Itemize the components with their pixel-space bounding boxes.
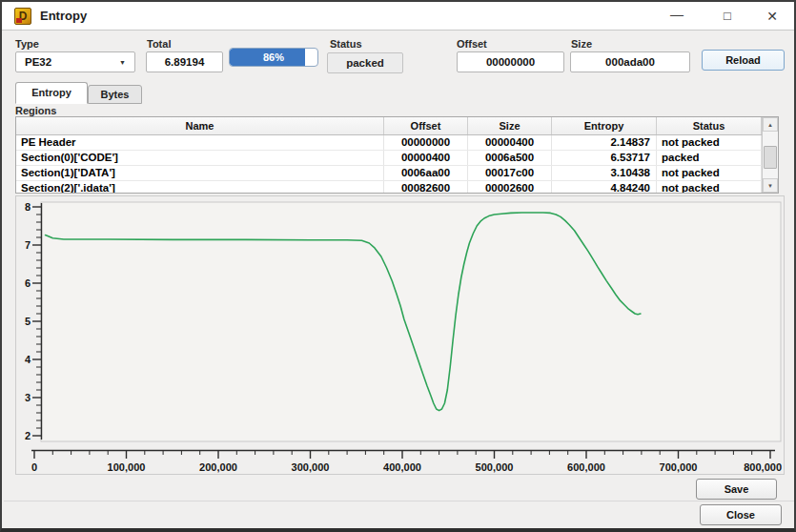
table-cell: 00082600 xyxy=(384,181,468,194)
table-cell: 00000400 xyxy=(468,135,552,150)
x-tick-label: 300,000 xyxy=(292,461,330,473)
close-icon: ✕ xyxy=(766,9,778,24)
tab-bytes[interactable]: Bytes xyxy=(88,85,142,104)
minimize-button[interactable]: — xyxy=(661,5,693,28)
y-tick-label: 6 xyxy=(25,277,31,289)
plot-area xyxy=(41,202,781,441)
x-tick-label: 0 xyxy=(31,461,37,473)
table-cell: 00000400 xyxy=(384,151,468,165)
table-row[interactable]: PE Header00000000000004002.14837not pack… xyxy=(16,135,778,151)
table-cell: 00002600 xyxy=(468,181,552,194)
table-row[interactable]: Section(2)['.idata']00082600000026004.84… xyxy=(16,181,778,194)
table-cell: not packed xyxy=(657,135,762,150)
column-header-entropy[interactable]: Entropy xyxy=(552,117,657,134)
offset-field[interactable]: 00000000 xyxy=(457,51,564,72)
window-title: Entropy xyxy=(40,9,87,23)
x-tick-label: 700,000 xyxy=(660,461,698,473)
table-cell: Section(0)['CODE'] xyxy=(16,151,384,165)
x-tick-label: 600,000 xyxy=(567,461,605,473)
progress-percent-text: 86% xyxy=(230,49,317,66)
status-label: Status xyxy=(330,38,362,50)
y-tick-label: 5 xyxy=(25,316,31,327)
table-cell: 00017c00 xyxy=(468,166,552,180)
y-tick-label: 3 xyxy=(25,392,31,403)
close-button[interactable]: Close xyxy=(700,504,782,525)
regions-table-body: PE Header00000000000004002.14837not pack… xyxy=(16,135,778,194)
die-app-icon: D xyxy=(14,8,31,25)
column-header-status[interactable]: Status xyxy=(657,117,762,134)
table-cell: not packed xyxy=(657,181,762,194)
table-cell: 0006aa00 xyxy=(384,166,468,180)
y-tick-label: 7 xyxy=(25,239,31,251)
titlebar: D Entropy — □ ✕ xyxy=(2,2,794,31)
tab-entropy[interactable]: Entropy xyxy=(15,82,88,104)
total-label: Total xyxy=(147,38,171,50)
type-label: Type xyxy=(15,38,39,50)
scroll-up-button[interactable]: ▲ xyxy=(763,117,778,132)
table-cell: 4.84240 xyxy=(552,181,657,194)
table-scrollbar[interactable]: ▲ ▼ xyxy=(762,117,778,193)
type-dropdown[interactable]: PE32 ▼ xyxy=(15,51,135,72)
entropy-chart: 23456780100,000200,000300,000400,000500,… xyxy=(16,196,784,474)
column-header-name[interactable]: Name xyxy=(16,117,384,134)
table-cell: Section(1)['DATA'] xyxy=(16,166,384,180)
entropy-progress-bar: 86% xyxy=(229,48,318,67)
total-field[interactable]: 6.89194 xyxy=(146,51,223,72)
size-label: Size xyxy=(571,38,592,50)
x-tick-label: 400,000 xyxy=(383,461,421,473)
y-tick-label: 4 xyxy=(25,354,31,365)
status-value-box: packed xyxy=(327,52,403,73)
table-cell: 0006a500 xyxy=(468,151,552,165)
table-header-row: Name Offset Size Entropy Status xyxy=(16,117,778,135)
table-cell: packed xyxy=(657,151,762,165)
scroll-down-icon: ▼ xyxy=(767,183,773,189)
entropy-dialog: D Entropy — □ ✕ Type PE32 ▼ Total 6.8919… xyxy=(0,0,796,532)
table-cell: 2.14837 xyxy=(552,135,657,150)
column-header-size[interactable]: Size xyxy=(468,117,552,134)
type-value: PE32 xyxy=(25,56,51,68)
y-tick-label: 2 xyxy=(25,430,31,441)
regions-label: Regions xyxy=(15,105,56,116)
table-cell: 6.53717 xyxy=(552,151,657,165)
chevron-down-icon: ▼ xyxy=(119,59,126,66)
table-row[interactable]: Section(0)['CODE']000004000006a5006.5371… xyxy=(16,151,778,166)
reload-button[interactable]: Reload xyxy=(702,50,785,71)
offset-label: Offset xyxy=(457,38,487,50)
size-field[interactable]: 000ada00 xyxy=(570,51,690,72)
x-tick-label: 200,000 xyxy=(199,461,237,473)
table-cell: PE Header xyxy=(16,135,384,150)
scroll-down-button[interactable]: ▼ xyxy=(763,178,778,193)
x-tick-label: 800,000 xyxy=(744,461,782,473)
table-cell: 3.10438 xyxy=(552,166,657,180)
regions-table: Name Offset Size Entropy Status PE Heade… xyxy=(15,116,779,194)
scrollbar-thumb[interactable] xyxy=(764,146,777,169)
maximize-button[interactable]: □ xyxy=(711,5,744,28)
x-tick-label: 500,000 xyxy=(476,461,514,473)
dialog-separator xyxy=(4,501,794,501)
x-tick-label: 100,000 xyxy=(108,461,146,473)
table-cell: 00000000 xyxy=(384,135,468,150)
save-button[interactable]: Save xyxy=(696,479,777,500)
y-tick-label: 8 xyxy=(25,201,31,213)
minimize-icon: — xyxy=(670,7,684,22)
table-cell: Section(2)['.idata'] xyxy=(16,181,384,194)
scroll-up-icon: ▲ xyxy=(767,122,773,128)
column-header-offset[interactable]: Offset xyxy=(384,117,468,134)
close-window-button[interactable]: ✕ xyxy=(756,5,788,28)
table-row[interactable]: Section(1)['DATA']0006aa0000017c003.1043… xyxy=(16,166,778,181)
table-cell: not packed xyxy=(657,166,762,180)
maximize-icon: □ xyxy=(724,9,731,23)
entropy-chart-panel: 23456780100,000200,000300,000400,000500,… xyxy=(15,195,785,475)
